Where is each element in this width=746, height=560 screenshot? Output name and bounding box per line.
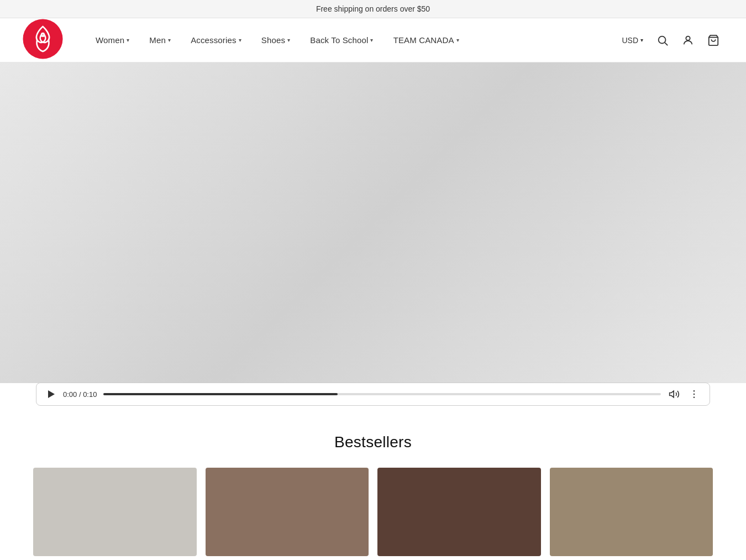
svg-marker-6: [670, 391, 674, 397]
svg-marker-5: [48, 390, 55, 398]
mute-icon: [669, 389, 680, 400]
svg-point-7: [694, 390, 695, 392]
svg-point-0: [23, 19, 63, 59]
account-icon: [682, 34, 694, 46]
cart-icon: [707, 34, 719, 46]
bestsellers-title: Bestsellers: [33, 433, 713, 451]
chevron-down-icon: ▾: [168, 37, 171, 43]
nav-item-men[interactable]: Men ▾: [139, 30, 181, 50]
nav-item-shoes[interactable]: Shoes ▾: [251, 30, 300, 50]
search-icon: [656, 34, 669, 46]
site-header: Women ▾ Men ▾ Accessories ▾ Shoes ▾ Back…: [0, 18, 746, 62]
chevron-down-icon: ▾: [127, 37, 129, 43]
svg-point-1: [659, 36, 666, 43]
play-icon: [46, 390, 55, 399]
video-controls-bar: 0:00 / 0:10: [36, 383, 710, 406]
cart-button[interactable]: [703, 30, 724, 51]
svg-point-9: [694, 397, 695, 399]
currency-selector[interactable]: USD ▾: [617, 32, 648, 49]
nav-item-team-canada[interactable]: TEAM CANADA ▾: [383, 30, 469, 50]
more-icon: [689, 389, 700, 400]
nav-item-women[interactable]: Women ▾: [86, 30, 139, 50]
svg-line-2: [665, 43, 668, 45]
logo-icon: [22, 18, 64, 60]
product-card[interactable]: [550, 468, 713, 556]
chevron-down-icon: ▾: [456, 37, 459, 43]
product-card[interactable]: [377, 468, 541, 556]
video-progress-bar[interactable]: [103, 393, 661, 395]
currency-label: USD: [622, 36, 638, 45]
nav-label-shoes: Shoes: [261, 35, 285, 45]
nav-label-men: Men: [149, 35, 166, 45]
hero-section: [0, 62, 746, 383]
nav-label-team-canada: TEAM CANADA: [393, 35, 454, 45]
nav-label-women: Women: [96, 35, 124, 45]
nav-label-accessories: Accessories: [191, 35, 237, 45]
product-card[interactable]: [33, 468, 197, 556]
chevron-down-icon: ▾: [370, 37, 373, 43]
chevron-down-icon: ▾: [239, 37, 241, 43]
products-grid: [33, 468, 713, 556]
video-play-button[interactable]: [45, 389, 56, 400]
main-nav: Women ▾ Men ▾ Accessories ▾ Shoes ▾ Back…: [86, 30, 617, 50]
header-actions: USD ▾: [617, 30, 724, 51]
product-card[interactable]: [206, 468, 369, 556]
video-progress-fill: [103, 393, 338, 395]
logo[interactable]: [22, 18, 64, 62]
account-button[interactable]: [677, 30, 698, 51]
nav-item-accessories[interactable]: Accessories ▾: [181, 30, 251, 50]
bestsellers-section: Bestsellers: [0, 406, 746, 560]
video-more-button[interactable]: [687, 388, 701, 401]
search-button[interactable]: [652, 30, 673, 51]
video-controls-wrapper: 0:00 / 0:10: [0, 383, 746, 406]
video-mute-button[interactable]: [668, 388, 681, 401]
hero-video-placeholder: [0, 62, 746, 383]
svg-point-3: [686, 36, 690, 40]
promo-banner: Free shipping on orders over $50: [0, 0, 746, 18]
chevron-down-icon: ▾: [640, 37, 643, 43]
svg-point-8: [694, 394, 695, 395]
video-time-display: 0:00 / 0:10: [63, 390, 97, 399]
chevron-down-icon: ▾: [287, 37, 290, 43]
promo-banner-text: Free shipping on orders over $50: [316, 4, 430, 13]
nav-item-back-to-school[interactable]: Back To School ▾: [300, 30, 383, 50]
nav-label-back-to-school: Back To School: [310, 35, 368, 45]
